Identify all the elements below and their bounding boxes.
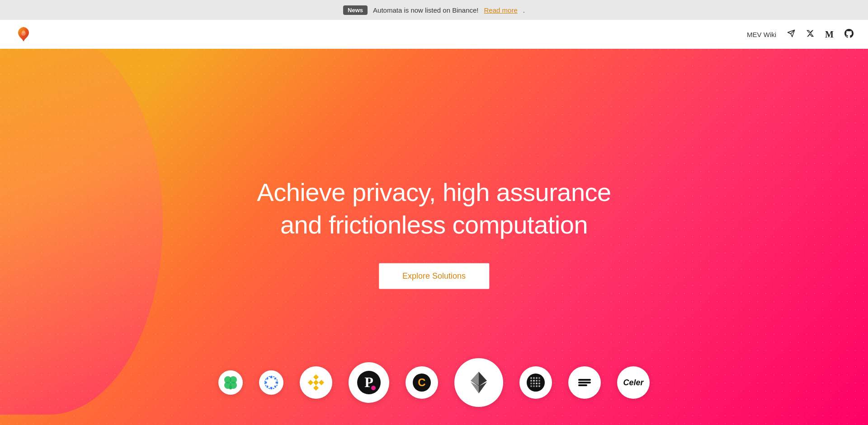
svg-point-33	[527, 374, 545, 392]
nav-right: MEV Wiki M	[747, 29, 854, 40]
svg-point-13	[267, 378, 269, 380]
svg-point-9	[270, 376, 273, 378]
hero-headline-line2: and frictionless computation	[257, 209, 611, 242]
hero-headline-line1: Achieve privacy, high assurance	[257, 176, 611, 209]
svg-point-35	[533, 377, 535, 379]
dot-blue-logo	[259, 370, 283, 395]
clockwise-logo: C	[406, 366, 438, 399]
svg-point-49	[538, 385, 540, 387]
svg-point-39	[533, 380, 535, 382]
svg-point-12	[276, 382, 278, 384]
announcement-text: Automata is now listed on Binance!	[373, 6, 478, 14]
hero-content: Achieve privacy, high assurance and fric…	[257, 176, 611, 289]
polkawallet-logo: P	[349, 362, 389, 403]
clockwise-logo-icon: C	[412, 373, 432, 392]
news-badge: News	[343, 5, 368, 15]
svg-point-38	[530, 380, 532, 382]
automata-logo-icon	[14, 25, 33, 43]
svg-marker-18	[313, 385, 319, 391]
svg-point-10	[270, 387, 273, 389]
wabi-logo	[568, 366, 601, 399]
svg-point-34	[530, 377, 532, 379]
svg-point-37	[538, 377, 540, 379]
logo[interactable]	[14, 25, 33, 43]
svg-text:C: C	[418, 376, 425, 388]
svg-rect-51	[578, 382, 591, 383]
celer-logo: Celer	[617, 366, 650, 399]
svg-point-40	[536, 380, 538, 382]
svg-point-46	[530, 385, 532, 387]
dot-blue-icon	[264, 375, 278, 390]
ethereum-logo	[454, 358, 503, 407]
svg-point-24	[371, 386, 376, 390]
polkawallet-logo-icon: P	[356, 370, 382, 395]
partners-logos-row: P C	[0, 358, 868, 407]
binance-logo-icon	[307, 373, 326, 392]
binance-logo	[300, 366, 332, 399]
svg-marker-21	[313, 380, 319, 385]
ethereum-logo-icon	[465, 369, 492, 396]
announcement-bar: News Automata is now listed on Binance! …	[0, 0, 868, 20]
twitter-icon[interactable]	[806, 29, 814, 40]
svg-marker-20	[319, 380, 324, 385]
svg-rect-52	[578, 384, 587, 386]
svg-marker-19	[308, 380, 313, 385]
send-icon[interactable]	[787, 29, 795, 40]
svg-rect-7	[229, 386, 232, 389]
github-icon[interactable]	[844, 29, 854, 40]
svg-rect-50	[578, 379, 591, 381]
svg-point-45	[538, 383, 540, 384]
mev-wiki-link[interactable]: MEV Wiki	[747, 31, 776, 38]
hero-headline: Achieve privacy, high assurance and fric…	[257, 176, 611, 242]
announcement-link[interactable]: Read more	[484, 6, 518, 14]
svg-point-48	[536, 385, 538, 387]
medium-icon[interactable]: M	[825, 29, 834, 40]
svg-point-14	[274, 378, 276, 380]
celer-logo-text: Celer	[623, 378, 643, 388]
svg-marker-17	[313, 374, 319, 380]
svg-point-44	[536, 383, 538, 384]
svg-point-41	[538, 380, 540, 382]
svg-point-42	[530, 383, 532, 384]
svg-point-16	[274, 386, 276, 388]
clover-logo	[218, 370, 243, 395]
explore-solutions-button[interactable]: Explore Solutions	[379, 263, 489, 289]
navbar: MEV Wiki M	[0, 20, 868, 49]
clover-logo-icon	[223, 375, 238, 390]
svg-point-15	[267, 386, 269, 388]
hero-section: Achieve privacy, high assurance and fric…	[0, 49, 868, 425]
svg-point-36	[536, 377, 538, 379]
qrl-logo-icon	[526, 373, 546, 392]
svg-point-47	[533, 385, 535, 387]
svg-point-11	[265, 382, 267, 384]
qrl-logo	[519, 366, 552, 399]
wabi-logo-icon	[575, 373, 594, 392]
svg-point-43	[533, 383, 535, 384]
